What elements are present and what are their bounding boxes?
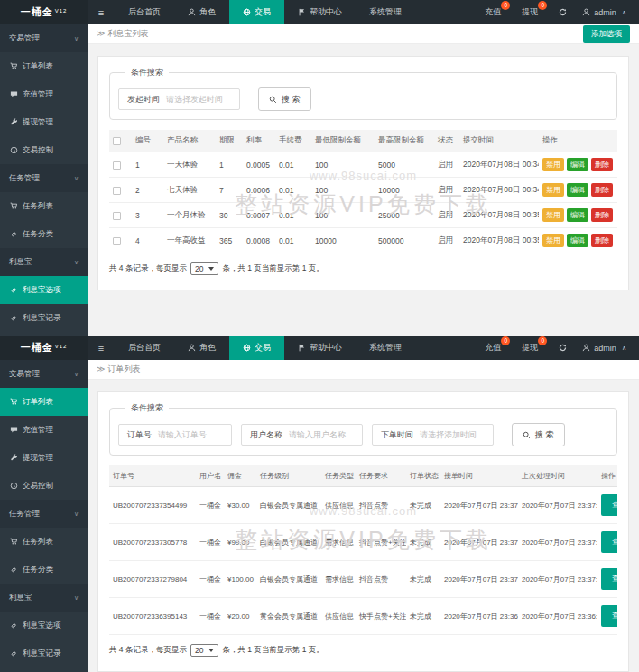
nav-item[interactable]: 交易 xyxy=(229,336,284,360)
sidebar-group[interactable]: 任务管理∨ xyxy=(0,500,88,528)
nav-item-label: 后台首页 xyxy=(128,342,161,354)
action-button[interactable]: 编辑 xyxy=(567,208,588,222)
table-cell: 0.0008 xyxy=(243,228,275,253)
action-button[interactable]: 删除 xyxy=(591,183,613,197)
sidebar-item[interactable]: 利息宝选项 xyxy=(0,612,88,640)
sidebar-item[interactable]: 交易控制 xyxy=(0,472,88,500)
nav-item[interactable]: 帮助中心 xyxy=(284,336,356,360)
search-button[interactable]: 搜 索 xyxy=(258,87,311,111)
refresh-icon[interactable] xyxy=(559,344,567,352)
search-field[interactable]: 用户名称请输入用户名称 xyxy=(241,424,363,446)
nav-item[interactable]: 帮助中心 xyxy=(284,0,356,24)
sidebar-item-label: 充值管理 xyxy=(23,425,53,436)
comment-icon xyxy=(10,90,18,98)
sidebar-item[interactable]: 充值管理 xyxy=(0,416,88,444)
sidebar-item[interactable]: 利息宝选项 xyxy=(0,276,88,304)
action-button[interactable]: 删除 xyxy=(591,208,613,222)
action-button[interactable]: 禁用 xyxy=(542,158,564,171)
table-cell: 500000 xyxy=(375,228,434,253)
action-button[interactable]: 查 看 xyxy=(601,568,617,590)
user-menu[interactable]: admin ∧ xyxy=(582,8,626,17)
page-size-select[interactable]: 20 xyxy=(190,644,218,657)
row-checkbox[interactable] xyxy=(113,161,121,170)
sidebar-item[interactable]: 任务列表 xyxy=(0,528,88,556)
sidebar-item[interactable]: 利息宝记录 xyxy=(0,640,88,667)
navbar-right: 充值 0 提现 0 admin ∧ xyxy=(485,336,639,360)
sidebar-item[interactable]: 订单列表 xyxy=(0,52,88,80)
search-field[interactable]: 发起时间请选择发起时间 xyxy=(118,88,240,110)
action-button[interactable]: 查 看 xyxy=(601,531,617,553)
refresh-icon[interactable] xyxy=(559,8,567,16)
sidebar-group[interactable]: 交易管理∨ xyxy=(0,24,88,52)
action-button[interactable]: 编辑 xyxy=(567,234,588,247)
sidebar-item[interactable]: 任务列表 xyxy=(0,192,88,220)
withdraw-link[interactable]: 提现 0 xyxy=(522,342,538,354)
nav-item[interactable]: 交易 xyxy=(229,0,284,24)
search-row: 订单号请输入订单号用户名称请输入用户名称下单时间请选择添加时间 搜 索 xyxy=(118,420,608,446)
sidebar-group[interactable]: 利息宝∨ xyxy=(0,584,88,612)
action-button[interactable]: 编辑 xyxy=(567,158,588,171)
sidebar-item[interactable]: 提现管理 xyxy=(0,444,88,472)
search-field[interactable]: 订单号请输入订单号 xyxy=(118,424,232,446)
table-cell: 100 xyxy=(311,203,375,228)
sidebar-item[interactable]: 提现管理 xyxy=(0,108,88,136)
table-cell: 2020年07月08日 00:35:12 xyxy=(459,228,539,253)
field-placeholder: 请选择发起时间 xyxy=(166,94,231,106)
search-button[interactable]: 搜 索 xyxy=(512,423,565,446)
app-logo-text: 一桶金 xyxy=(21,341,53,354)
action-button[interactable]: 删除 xyxy=(591,158,613,171)
sidebar-group[interactable]: 利息宝∨ xyxy=(0,248,88,276)
nav-item[interactable]: 后台首页 xyxy=(115,0,174,24)
table-cell: ¥20.00 xyxy=(224,598,256,635)
select-all-checkbox[interactable] xyxy=(113,137,121,145)
column-header: 佣金 xyxy=(224,465,256,487)
navbar-right: 充值 0 提现 0 admin ∧ xyxy=(485,0,639,24)
action-button[interactable]: 删除 xyxy=(591,234,613,247)
action-button[interactable]: 编辑 xyxy=(567,183,588,197)
table-cell: 2020年07月07日 23:37:27 xyxy=(440,561,518,598)
table-cell: 25000 xyxy=(375,203,434,228)
recharge-link[interactable]: 充值 0 xyxy=(485,342,501,354)
nav-item[interactable]: 系统管理 xyxy=(356,0,415,24)
table-cell: 1 xyxy=(216,152,243,178)
person-icon xyxy=(188,344,196,352)
nav-item[interactable]: 系统管理 xyxy=(356,336,415,360)
menu-toggle-icon[interactable]: ≡ xyxy=(88,336,115,360)
menu-toggle-icon[interactable]: ≡ xyxy=(88,0,115,24)
chevron-down-icon: ∨ xyxy=(74,259,79,266)
column-header: 上次处理时间 xyxy=(518,465,597,487)
recharge-link[interactable]: 充值 0 xyxy=(485,6,501,18)
add-options-button[interactable]: 添加选项 xyxy=(583,25,630,43)
action-button[interactable]: 查 看 xyxy=(601,494,617,516)
sidebar-item[interactable]: 利息宝记录 xyxy=(0,304,88,332)
sidebar-group[interactable]: 任务管理∨ xyxy=(0,164,88,192)
table-cell: 启用 xyxy=(434,228,459,253)
sidebar-item[interactable]: 任务分类 xyxy=(0,556,88,584)
row-checkbox[interactable] xyxy=(113,187,121,195)
column-header: 提交时间 xyxy=(459,130,539,152)
search-field[interactable]: 下单时间请选择添加时间 xyxy=(372,424,494,446)
table-cell: 快手点赞+关注 xyxy=(356,598,406,635)
action-button[interactable]: 禁用 xyxy=(542,183,564,197)
sidebar-item[interactable]: 交易控制 xyxy=(0,136,88,164)
user-menu[interactable]: admin ∧ xyxy=(582,344,626,353)
sidebar-item[interactable]: 任务分类 xyxy=(0,220,88,248)
sidebar-item[interactable]: 订单列表 xyxy=(0,388,88,416)
nav-item[interactable]: 角色 xyxy=(174,336,229,360)
nav-item[interactable]: 后台首页 xyxy=(115,336,174,360)
pagination: 共 4 条记录，每页显示 20 条，共 1 页当前显示第 1 页。 xyxy=(109,644,617,657)
row-checkbox[interactable] xyxy=(113,212,121,220)
action-button[interactable]: 禁用 xyxy=(542,208,564,222)
table-cell: 一天体验 xyxy=(163,152,216,178)
withdraw-link[interactable]: 提现 0 xyxy=(522,6,538,18)
sidebar-group[interactable]: 交易管理∨ xyxy=(0,360,88,388)
table-cell: 0.01 xyxy=(275,203,311,228)
action-button[interactable]: 禁用 xyxy=(542,234,564,247)
link-icon xyxy=(10,230,18,238)
sidebar-item[interactable]: 充值管理 xyxy=(0,80,88,108)
page-size-select[interactable]: 20 xyxy=(190,262,218,275)
action-button[interactable]: 查 看 xyxy=(601,605,617,627)
nav-item[interactable]: 角色 xyxy=(174,0,229,24)
row-checkbox[interactable] xyxy=(113,237,121,245)
data-table: 订单号用户名佣金任务级别任务类型任务要求订单状态接单时间上次处理时间操作 UB2… xyxy=(109,465,617,635)
